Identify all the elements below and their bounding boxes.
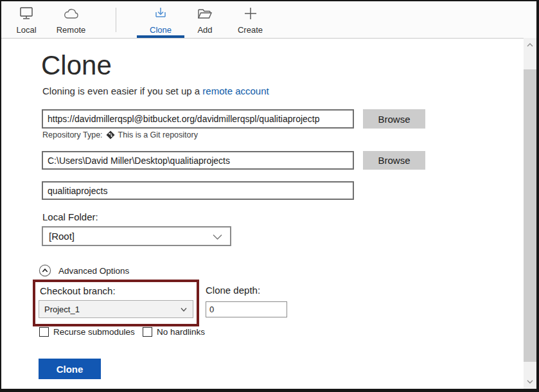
subtitle: Cloning is even easier if you set up a r… bbox=[42, 85, 269, 96]
clone-depth-label: Clone depth: bbox=[206, 285, 260, 296]
toolbar-divider bbox=[116, 8, 116, 32]
collapse-circle-icon bbox=[39, 264, 51, 277]
tab-add-label: Add bbox=[197, 25, 212, 37]
recurse-submodules-label: Recurse submodules bbox=[53, 327, 135, 337]
monitor-icon bbox=[19, 5, 34, 21]
repository-type-label: Repository Type: bbox=[42, 130, 103, 139]
source-browse-button[interactable]: Browse bbox=[363, 109, 425, 129]
destination-browse-button[interactable]: Browse bbox=[363, 151, 425, 170]
source-url-input[interactable] bbox=[42, 109, 354, 129]
folder-open-icon bbox=[197, 5, 213, 21]
plus-icon bbox=[243, 5, 258, 21]
clone-button[interactable]: Clone bbox=[39, 359, 101, 379]
chevron-down-icon bbox=[181, 305, 187, 314]
checkout-branch-value: Project_1 bbox=[44, 305, 80, 314]
local-folder-label: Local Folder: bbox=[42, 211, 98, 222]
download-icon bbox=[154, 5, 168, 21]
recurse-submodules-checkbox-row[interactable]: Recurse submodules bbox=[39, 327, 135, 337]
clone-window: Local Remote Clone bbox=[0, 0, 539, 392]
scroll-up-arrow-icon[interactable] bbox=[524, 39, 536, 51]
tab-add[interactable]: Add bbox=[187, 5, 223, 37]
bookmark-name-input[interactable] bbox=[42, 181, 354, 200]
no-hardlinks-checkbox[interactable] bbox=[143, 327, 152, 337]
clone-depth-input[interactable] bbox=[206, 301, 287, 317]
scroll-down-arrow-icon[interactable] bbox=[524, 376, 536, 388]
vertical-scrollbar[interactable] bbox=[524, 38, 536, 389]
tab-remote[interactable]: Remote bbox=[51, 5, 91, 37]
no-hardlinks-checkbox-row[interactable]: No hardlinks bbox=[143, 327, 205, 337]
tab-local-label: Local bbox=[16, 25, 36, 37]
repository-type-status: This is a Git repository bbox=[118, 130, 198, 139]
remote-account-link[interactable]: remote account bbox=[202, 85, 269, 96]
no-hardlinks-label: No hardlinks bbox=[157, 327, 205, 337]
tab-remote-label: Remote bbox=[57, 25, 86, 37]
tab-create[interactable]: Create bbox=[231, 5, 270, 37]
repository-type-row: Repository Type: This is a Git repositor… bbox=[42, 130, 198, 139]
destination-path-input[interactable] bbox=[42, 151, 354, 170]
checkout-branch-highlight: Checkout branch: Project_1 bbox=[33, 280, 199, 326]
tab-local[interactable]: Local bbox=[7, 5, 46, 37]
checkout-branch-select[interactable]: Project_1 bbox=[39, 300, 193, 318]
local-folder-select[interactable]: [Root] bbox=[42, 226, 231, 246]
local-folder-value: [Root] bbox=[49, 231, 75, 242]
chevron-down-icon bbox=[213, 231, 222, 242]
subtitle-text: Cloning is even easier if you set up a bbox=[42, 85, 202, 96]
active-tab-underline bbox=[137, 35, 184, 38]
advanced-options-label: Advanced Options bbox=[58, 266, 129, 276]
cloud-icon bbox=[63, 5, 80, 21]
advanced-options-toggle[interactable]: Advanced Options bbox=[39, 264, 129, 277]
page-title: Clone bbox=[41, 50, 112, 81]
tab-clone[interactable]: Clone bbox=[137, 5, 184, 37]
recurse-submodules-checkbox[interactable] bbox=[39, 327, 49, 337]
checkout-branch-label: Checkout branch: bbox=[40, 285, 116, 296]
git-repo-icon bbox=[106, 130, 115, 139]
toolbar: Local Remote Clone bbox=[1, 1, 536, 39]
tab-create-label: Create bbox=[238, 25, 263, 37]
scrollbar-thumb[interactable] bbox=[524, 69, 536, 362]
